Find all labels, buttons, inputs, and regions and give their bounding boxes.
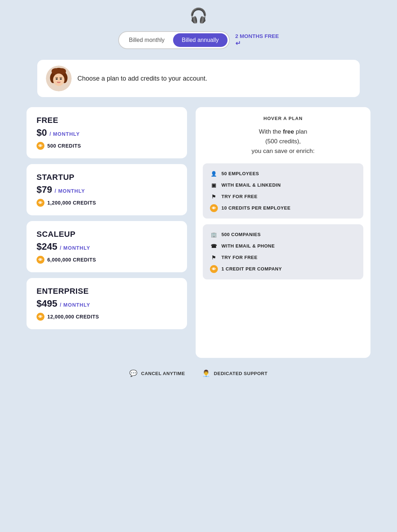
plan-price-enterprise: $495 / MONTHLY bbox=[37, 298, 177, 309]
plan-price-free: $0 / MONTHLY bbox=[37, 127, 177, 138]
coin-icon-startup: 👁 bbox=[37, 199, 44, 207]
assistant-text: Choose a plan to add credits to your acc… bbox=[77, 75, 207, 82]
companies-count: 500 COMPANIES bbox=[221, 232, 261, 237]
employees-try-row: ⚑ TRY FOR FREE bbox=[210, 193, 356, 201]
employees-count: 50 EMPLOYEES bbox=[221, 171, 259, 176]
plan-card-free[interactable]: FREE $0 / MONTHLY 👁 500 CREDITS bbox=[27, 107, 187, 158]
plan-card-enterprise[interactable]: ENTERPRISE $495 / MONTHLY 👁 12,000,000 C… bbox=[27, 278, 187, 329]
coin-icon-enterprise: 👁 bbox=[37, 313, 44, 321]
billing-annually-option[interactable]: Billed annually bbox=[173, 33, 227, 47]
svg-point-8 bbox=[60, 78, 62, 80]
coin-icon-employees: 👁 bbox=[210, 204, 218, 212]
plan-price-scaleup: $245 / MONTHLY bbox=[37, 241, 177, 252]
detail-panel: HOVER A PLAN With the free plan (500 cre… bbox=[196, 107, 370, 358]
plan-name-scaleup: SCALEUP bbox=[37, 230, 177, 239]
companies-credits: 1 CREDIT PER COMPANY bbox=[221, 266, 282, 272]
avatar bbox=[46, 66, 72, 91]
support-label: DEDICATED SUPPORT bbox=[214, 371, 268, 376]
cancel-anytime-item: 💬 CANCEL ANYTIME bbox=[129, 369, 185, 377]
employees-feature-row: ▣ WITH EMAIL & LINKEDIN bbox=[210, 181, 356, 189]
plan-credits-free: 👁 500 CREDITS bbox=[37, 142, 177, 150]
employees-try: TRY FOR FREE bbox=[221, 194, 258, 199]
plan-credits-scaleup: 👁 6,000,000 CREDITS bbox=[37, 256, 177, 264]
hover-plan-name: free bbox=[283, 128, 294, 135]
coin-icon-companies: 👁 bbox=[210, 265, 218, 273]
plan-period-free: / MONTHLY bbox=[49, 131, 80, 137]
companies-try: TRY FOR FREE bbox=[221, 255, 258, 260]
plan-card-scaleup[interactable]: SCALEUP $245 / MONTHLY 👁 6,000,000 CREDI… bbox=[27, 221, 187, 272]
employees-credits: 10 CREDITS PER EMPLOYEE bbox=[221, 205, 291, 211]
building-icon: 🏢 bbox=[210, 231, 218, 239]
linkedin-icon: ▣ bbox=[210, 181, 218, 189]
employees-detail-card: 👤 50 EMPLOYEES ▣ WITH EMAIL & LINKEDIN ⚑… bbox=[203, 163, 363, 219]
free-months-badge: 2 MONTHS FREE ↵ bbox=[235, 33, 279, 48]
top-icon: 🎧 bbox=[190, 7, 207, 24]
cancel-label: CANCEL ANYTIME bbox=[141, 371, 185, 376]
companies-feature: WITH EMAIL & PHONE bbox=[221, 243, 275, 249]
plan-name-startup: STARTUP bbox=[37, 173, 177, 182]
plan-name-free: FREE bbox=[37, 116, 177, 125]
employees-feature: WITH EMAIL & LINKEDIN bbox=[221, 182, 281, 188]
assistant-message: Choose a plan to add credits to your acc… bbox=[37, 60, 360, 97]
plan-period-enterprise: / MONTHLY bbox=[60, 302, 90, 308]
main-layout: FREE $0 / MONTHLY 👁 500 CREDITS STARTUP … bbox=[27, 107, 370, 358]
plan-credits-enterprise: 👁 12,000,000 CREDITS bbox=[37, 313, 177, 321]
plan-period-startup: / MONTHLY bbox=[55, 188, 85, 194]
companies-credits-row: 👁 1 CREDIT PER COMPANY bbox=[210, 265, 356, 273]
phone-icon: ☎ bbox=[210, 242, 218, 250]
flag2-icon: ⚑ bbox=[210, 254, 218, 262]
svg-point-7 bbox=[56, 78, 58, 80]
footer-bar: 💬 CANCEL ANYTIME 👨‍💼 DEDICATED SUPPORT bbox=[129, 369, 267, 377]
flag-icon: ⚑ bbox=[210, 193, 218, 201]
svg-point-5 bbox=[58, 68, 66, 74]
companies-count-row: 🏢 500 COMPANIES bbox=[210, 231, 356, 239]
plan-price-startup: $79 / MONTHLY bbox=[37, 184, 177, 195]
svg-point-6 bbox=[53, 73, 64, 86]
plan-card-startup[interactable]: STARTUP $79 / MONTHLY 👁 1,200,000 CREDIT… bbox=[27, 164, 187, 215]
plan-period-scaleup: / MONTHLY bbox=[60, 245, 90, 251]
support-icon: 👨‍💼 bbox=[202, 369, 210, 377]
plan-name-enterprise: ENTERPRISE bbox=[37, 287, 177, 296]
plans-column: FREE $0 / MONTHLY 👁 500 CREDITS STARTUP … bbox=[27, 107, 187, 329]
hover-title: HOVER A PLAN bbox=[203, 116, 363, 121]
billing-monthly-option[interactable]: Billed monthly bbox=[120, 33, 173, 47]
coin-icon-free: 👁 bbox=[37, 142, 44, 150]
coin-icon-scaleup: 👁 bbox=[37, 256, 44, 264]
svg-point-9 bbox=[57, 82, 61, 83]
companies-detail-card: 🏢 500 COMPANIES ☎ WITH EMAIL & PHONE ⚑ T… bbox=[203, 224, 363, 279]
billing-toggle-container[interactable]: Billed monthly Billed annually bbox=[118, 31, 230, 49]
dedicated-support-item: 👨‍💼 DEDICATED SUPPORT bbox=[202, 369, 267, 377]
chat-icon: 💬 bbox=[129, 369, 138, 377]
employees-count-row: 👤 50 EMPLOYEES bbox=[210, 170, 356, 178]
employees-credits-row: 👁 10 CREDITS PER EMPLOYEE bbox=[210, 204, 356, 212]
companies-try-row: ⚑ TRY FOR FREE bbox=[210, 254, 356, 262]
plan-credits-startup: 👁 1,200,000 CREDITS bbox=[37, 199, 177, 207]
companies-feature-row: ☎ WITH EMAIL & PHONE bbox=[210, 242, 356, 250]
arrow-left-icon: ↵ bbox=[235, 39, 279, 48]
billing-toggle: Billed monthly Billed annually 2 MONTHS … bbox=[118, 31, 279, 49]
hover-description: With the free plan (500 credits), you ca… bbox=[203, 127, 363, 156]
person-icon: 👤 bbox=[210, 170, 218, 178]
